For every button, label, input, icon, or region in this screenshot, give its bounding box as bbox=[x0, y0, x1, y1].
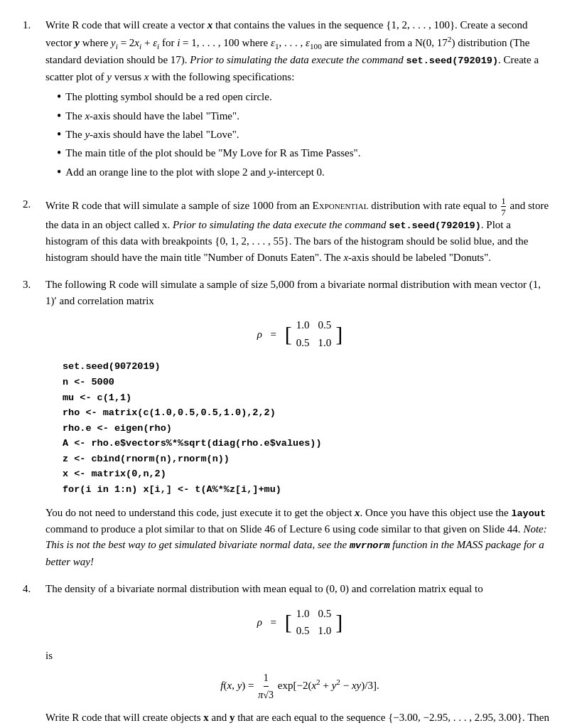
problem-number-2: 2. bbox=[23, 196, 40, 213]
problem4-instructions: Write R code that will create objects x … bbox=[45, 710, 554, 728]
problem-number-4: 4. bbox=[23, 581, 40, 597]
problem4-density: f(x, y) = 1 π√3 exp[−2(x2 + y2 − xy)/3]. bbox=[45, 670, 554, 702]
bullet-1-1: •The plotting symbol should be a red ope… bbox=[57, 89, 554, 105]
problem3-explanation: You do not need to understand this code,… bbox=[45, 505, 554, 570]
problem1-text: Write R code that will create a vector x… bbox=[45, 19, 539, 82]
problem1-bullets: •The plotting symbol should be a red ope… bbox=[57, 89, 554, 181]
bullet-1-2: •The x-axis should have the label "Time"… bbox=[57, 108, 554, 124]
problem-list: 1. Write R code that will create a vecto… bbox=[23, 17, 554, 728]
bullet-1-4: •The main title of the plot should be "M… bbox=[57, 145, 554, 161]
problem-number-3: 3. bbox=[23, 277, 40, 293]
problem-item-1: 1. Write R code that will create a vecto… bbox=[23, 17, 554, 185]
problem-number-1: 1. bbox=[23, 17, 40, 33]
problem-item-2: 2. Write R code that will simulate a sam… bbox=[23, 196, 554, 265]
bullet-1-3: •The y-axis should have the label "Love"… bbox=[57, 127, 554, 143]
problem-item-3: 3. The following R code will simulate a … bbox=[23, 277, 554, 569]
problem-content-3: The following R code will simulate a sam… bbox=[45, 277, 554, 569]
problem-item-4: 4. The density of a bivariate normal dis… bbox=[23, 581, 554, 728]
problem-content-1: Write R code that will create a vector x… bbox=[45, 17, 554, 185]
bullet-1-5: •Add an orange line to the plot with slo… bbox=[57, 164, 554, 181]
problem4-matrix-formula: ρ = [ 1.0 0.5 0.5 1.0 ] bbox=[45, 604, 554, 641]
problem3-text: The following R code will simulate a sam… bbox=[45, 279, 541, 306]
problem4-is: is bbox=[45, 648, 554, 664]
problem3-matrix-formula: ρ = [ 1.0 0.5 0.5 1.0 ] bbox=[45, 316, 554, 352]
problem-content-2: Write R code that will simulate a sample… bbox=[45, 196, 554, 265]
problem3-code: set.seed(9072019) n <- 5000 mu <- c(1,1)… bbox=[63, 359, 554, 497]
problem4-text: The density of a bivariate normal distri… bbox=[45, 583, 483, 594]
problem-content-4: The density of a bivariate normal distri… bbox=[45, 581, 554, 728]
problem2-text: Write R code that will simulate a sample… bbox=[45, 200, 549, 263]
